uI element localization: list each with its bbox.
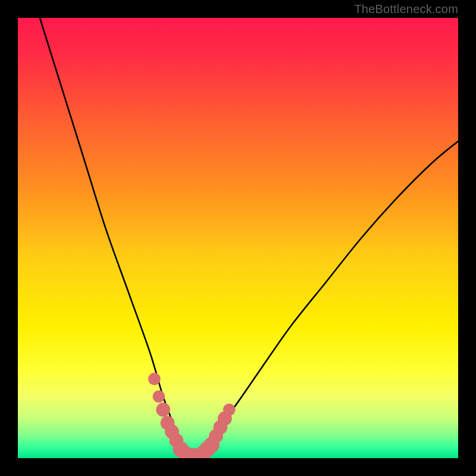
watermark-text: TheBottleneck.com [354,2,458,16]
curves-layer [18,18,458,458]
plot-area [18,18,458,458]
chart-frame: TheBottleneck.com [0,0,476,476]
data-marker [156,403,170,417]
data-marker [148,372,161,385]
marker-group [148,372,236,458]
left-curve [40,18,194,458]
data-marker [152,390,165,403]
data-marker [223,403,236,416]
